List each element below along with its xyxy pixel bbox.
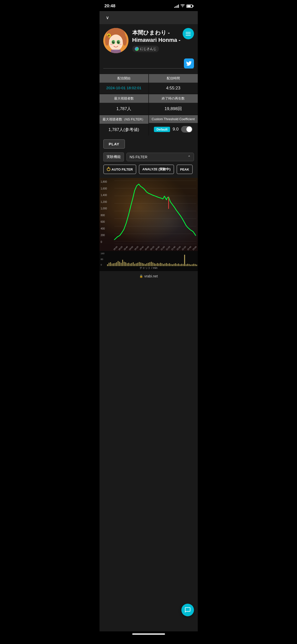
svg-rect-40 [125, 262, 126, 266]
svg-rect-70 [171, 264, 172, 266]
svg-point-15 [123, 36, 127, 46]
svg-rect-84 [192, 264, 193, 266]
stat-cell-max-viewers: 最大視聴者数 1,787人 [100, 94, 148, 115]
stat-value-end-views: 19,898回 [149, 103, 198, 115]
svg-rect-44 [131, 263, 132, 266]
svg-rect-33 [115, 263, 116, 266]
svg-rect-36 [119, 262, 120, 266]
filter-buttons: AUTO FILTER ANALYZE (実験中) PEAK [103, 165, 194, 174]
org-icon [135, 47, 139, 51]
stat-label-end-views: 終了時の再生数 [149, 94, 198, 103]
svg-rect-54 [146, 263, 147, 266]
svg-rect-45 [133, 262, 134, 266]
svg-rect-59 [154, 263, 155, 266]
chat-fab-button[interactable] [181, 604, 194, 616]
org-badge[interactable]: にじさんじ [132, 46, 159, 52]
filter-select[interactable]: NS FILTER ⌃ [126, 153, 194, 161]
svg-rect-57 [151, 262, 152, 266]
svg-rect-41 [127, 263, 128, 266]
svg-point-6 [112, 41, 114, 44]
status-bar: 20:48 [100, 0, 198, 11]
stat-label-duration: 配信時間 [149, 74, 198, 83]
svg-rect-65 [163, 264, 164, 266]
svg-rect-30 [110, 262, 111, 266]
svg-rect-67 [166, 263, 167, 266]
play-button[interactable]: PLAY [103, 139, 125, 149]
svg-rect-32 [113, 263, 114, 266]
battery-icon [186, 5, 193, 8]
svg-rect-62 [158, 264, 159, 266]
avatar [103, 28, 128, 53]
twitter-button[interactable] [184, 58, 194, 69]
peak-button[interactable]: PEAK [177, 165, 193, 174]
chart-y-labels: 1,800 1,600 1,400 1,200 1,000 800 600 40… [101, 180, 107, 243]
threshold-number: 9.0 [173, 127, 179, 132]
stat-value-duration: 4:55:23 [149, 83, 198, 94]
svg-rect-83 [190, 265, 191, 266]
svg-rect-82 [189, 264, 190, 266]
stat-label-stream-start: 配信開始 [100, 74, 148, 83]
svg-point-3 [109, 35, 123, 51]
stat-value-max-viewers: 1,787人 [100, 103, 148, 115]
svg-rect-38 [122, 260, 123, 266]
signal-icon [174, 4, 179, 8]
experiment-label: 実験機能 [103, 152, 124, 162]
profile-section: 本間ひまわり - Himawari Honma - にじさんじ [100, 24, 198, 74]
threshold-value-row: Default 9.0 [149, 123, 198, 136]
chat-label: チャット / min [140, 266, 157, 270]
auto-filter-button[interactable]: AUTO FILTER [103, 165, 137, 174]
chat-chart-svg [107, 252, 198, 266]
svg-rect-71 [172, 264, 173, 266]
svg-rect-52 [143, 264, 144, 266]
svg-rect-16 [111, 50, 121, 53]
svg-rect-55 [148, 263, 149, 266]
svg-point-13 [108, 35, 110, 37]
lock-icon: 🔒 [139, 274, 143, 278]
svg-rect-74 [177, 264, 178, 266]
svg-rect-87 [196, 265, 197, 266]
stat-label-max-viewers: 最大視聴者数 [100, 94, 148, 103]
menu-button[interactable] [183, 28, 194, 39]
svg-rect-34 [116, 262, 117, 266]
stat-cell-threshold: Custom Threshold Coefficient Default 9.0 [149, 115, 198, 136]
svg-rect-58 [152, 263, 153, 266]
stat-cell-stream-start: 配信開始 2024-10-01 18:02:01 [100, 74, 148, 94]
svg-rect-37 [121, 263, 122, 266]
svg-rect-49 [139, 262, 140, 266]
svg-point-10 [110, 44, 113, 45]
dropdown-arrow[interactable]: ∨ [103, 14, 112, 22]
svg-rect-72 [174, 264, 175, 266]
svg-rect-60 [155, 264, 156, 266]
svg-rect-48 [137, 263, 138, 266]
svg-point-0 [182, 7, 183, 7]
svg-rect-56 [149, 262, 150, 266]
svg-rect-53 [145, 264, 146, 266]
svg-rect-86 [195, 264, 196, 266]
svg-point-11 [119, 44, 122, 45]
svg-rect-63 [160, 263, 161, 266]
svg-rect-61 [157, 263, 158, 266]
top-bar: ∨ [100, 11, 198, 24]
svg-rect-28 [107, 264, 108, 266]
svg-rect-78 [183, 264, 184, 266]
analyze-button[interactable]: ANALYZE (実験中) [139, 165, 174, 174]
chat-chart: 160 80 0 [100, 251, 198, 271]
svg-rect-76 [180, 264, 181, 266]
svg-rect-46 [134, 264, 135, 266]
svg-rect-73 [175, 263, 176, 266]
url-text: vrabi.net [144, 274, 158, 278]
svg-rect-77 [181, 264, 182, 266]
chat-y-labels: 160 80 0 [101, 252, 105, 266]
svg-point-9 [118, 42, 119, 42]
svg-rect-64 [161, 263, 162, 266]
svg-rect-85 [193, 264, 194, 266]
svg-point-7 [117, 41, 119, 44]
svg-rect-42 [128, 263, 129, 266]
default-badge: Default [154, 127, 170, 132]
controls-section: PLAY 実験機能 NS FILTER ⌃ AUTO FILTER ANALYZ… [100, 136, 198, 178]
threshold-toggle[interactable] [181, 126, 192, 133]
stat-cell-end-views: 終了時の再生数 19,898回 [149, 94, 198, 115]
stat-value-stream-start: 2024-10-01 18:02:01 [100, 83, 148, 93]
svg-rect-66 [164, 264, 166, 266]
status-icons [174, 4, 193, 8]
